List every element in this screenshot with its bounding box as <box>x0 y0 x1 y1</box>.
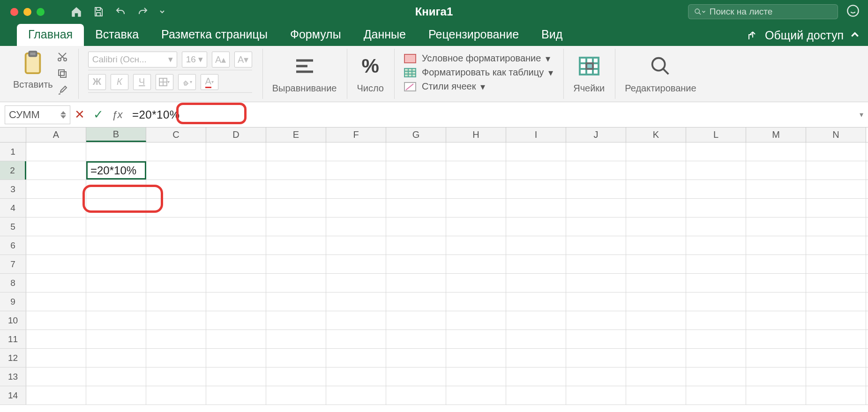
cell-K3[interactable] <box>626 180 686 198</box>
cell-G3[interactable] <box>386 180 446 198</box>
cell-L7[interactable] <box>686 255 746 273</box>
cell-N1[interactable] <box>806 142 866 161</box>
tab-review[interactable]: Рецензирование <box>417 24 530 46</box>
cell-A7[interactable] <box>26 255 86 273</box>
row-header-11[interactable]: 11 <box>0 330 26 348</box>
cell-C7[interactable] <box>146 255 206 273</box>
cell-F2[interactable] <box>326 161 386 180</box>
cell-D5[interactable] <box>206 217 266 236</box>
cell-E9[interactable] <box>266 292 326 311</box>
cell-H7[interactable] <box>446 255 506 273</box>
column-header-F[interactable]: F <box>326 127 386 142</box>
cell-K7[interactable] <box>626 255 686 273</box>
cell-M2[interactable] <box>746 161 806 180</box>
cell-C3[interactable] <box>146 180 206 198</box>
cell-K6[interactable] <box>626 236 686 255</box>
font-color-button[interactable]: A▾ <box>201 74 218 90</box>
cell-H4[interactable] <box>446 199 506 217</box>
cell-G13[interactable] <box>386 367 446 386</box>
cell-E3[interactable] <box>266 180 326 198</box>
cell-C4[interactable] <box>146 199 206 217</box>
cell-N5[interactable] <box>806 217 866 236</box>
cell-B10[interactable] <box>86 311 146 330</box>
collapse-ribbon-icon[interactable] <box>850 29 860 42</box>
tab-home[interactable]: Главная <box>17 24 84 46</box>
redo-icon[interactable] <box>137 6 149 17</box>
cell-M3[interactable] <box>746 180 806 198</box>
cell-L8[interactable] <box>686 274 746 292</box>
column-header-J[interactable]: J <box>566 127 626 142</box>
column-header-K[interactable]: K <box>626 127 686 142</box>
cell-E14[interactable] <box>266 386 326 405</box>
cell-L14[interactable] <box>686 386 746 405</box>
cell-B6[interactable] <box>86 236 146 255</box>
cell-H9[interactable] <box>446 292 506 311</box>
cell-C14[interactable] <box>146 386 206 405</box>
cell-F9[interactable] <box>326 292 386 311</box>
cell-D14[interactable] <box>206 386 266 405</box>
cell-I8[interactable] <box>506 274 566 292</box>
number-icon[interactable]: % <box>358 54 382 78</box>
cell-editor[interactable]: =20*10% <box>88 163 145 178</box>
cell-M10[interactable] <box>746 311 806 330</box>
cell-L13[interactable] <box>686 367 746 386</box>
cell-F14[interactable] <box>326 386 386 405</box>
cell-N10[interactable] <box>806 311 866 330</box>
cell-J13[interactable] <box>566 367 626 386</box>
row-header-3[interactable]: 3 <box>0 180 26 198</box>
cell-B9[interactable] <box>86 292 146 311</box>
fill-color-button[interactable]: ▾ <box>178 74 196 90</box>
tab-insert[interactable]: Вставка <box>84 24 150 46</box>
cell-M7[interactable] <box>746 255 806 273</box>
feedback-icon[interactable] <box>846 4 860 19</box>
tab-view[interactable]: Вид <box>530 24 574 46</box>
cell-F12[interactable] <box>326 349 386 367</box>
tab-data[interactable]: Данные <box>352 24 417 46</box>
cell-E4[interactable] <box>266 199 326 217</box>
cell-M11[interactable] <box>746 330 806 348</box>
cell-N9[interactable] <box>806 292 866 311</box>
row-header-14[interactable]: 14 <box>0 386 26 405</box>
cell-A2[interactable] <box>26 161 86 180</box>
column-header-C[interactable]: C <box>146 127 206 142</box>
cell-C9[interactable] <box>146 292 206 311</box>
cell-N14[interactable] <box>806 386 866 405</box>
cell-K5[interactable] <box>626 217 686 236</box>
cell-I13[interactable] <box>506 367 566 386</box>
cell-L3[interactable] <box>686 180 746 198</box>
cell-F6[interactable] <box>326 236 386 255</box>
formula-input[interactable] <box>127 108 863 121</box>
column-header-B[interactable]: B <box>86 127 146 142</box>
cell-F3[interactable] <box>326 180 386 198</box>
column-header-L[interactable]: L <box>686 127 746 142</box>
cell-J1[interactable] <box>566 142 626 161</box>
cell-K9[interactable] <box>626 292 686 311</box>
cell-E12[interactable] <box>266 349 326 367</box>
cell-L9[interactable] <box>686 292 746 311</box>
cell-I5[interactable] <box>506 217 566 236</box>
cell-D3[interactable] <box>206 180 266 198</box>
tab-page-layout[interactable]: Разметка страницы <box>150 24 279 46</box>
close-window-button[interactable] <box>10 8 18 16</box>
cell-I4[interactable] <box>506 199 566 217</box>
cell-M1[interactable] <box>746 142 806 161</box>
cell-K13[interactable] <box>626 367 686 386</box>
cell-I11[interactable] <box>506 330 566 348</box>
cell-E8[interactable] <box>266 274 326 292</box>
cell-C5[interactable] <box>146 217 206 236</box>
cell-D9[interactable] <box>206 292 266 311</box>
cell-styles-button[interactable]: Стили ячеек▾ <box>404 81 553 92</box>
qat-customize-icon[interactable] <box>159 9 165 15</box>
cell-I10[interactable] <box>506 311 566 330</box>
cell-L1[interactable] <box>686 142 746 161</box>
cell-H10[interactable] <box>446 311 506 330</box>
row-header-9[interactable]: 9 <box>0 292 26 311</box>
cell-B14[interactable] <box>86 386 146 405</box>
format-painter-icon[interactable] <box>57 85 68 98</box>
cancel-formula-button[interactable]: ✕ <box>70 107 89 122</box>
cut-icon[interactable] <box>57 51 68 64</box>
cell-J3[interactable] <box>566 180 626 198</box>
cell-B12[interactable] <box>86 349 146 367</box>
cell-J4[interactable] <box>566 199 626 217</box>
cell-L4[interactable] <box>686 199 746 217</box>
